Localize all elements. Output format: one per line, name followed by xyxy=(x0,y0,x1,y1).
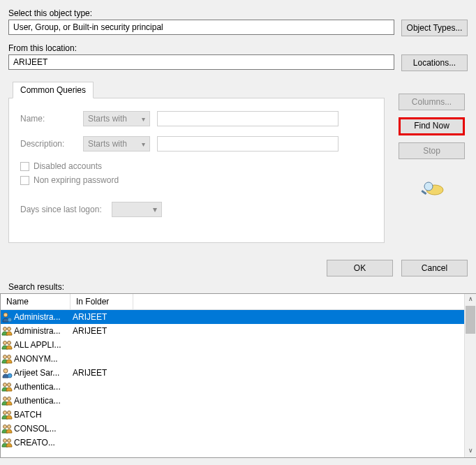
svg-point-15 xyxy=(3,397,7,401)
table-row[interactable]: BATCH xyxy=(1,408,464,422)
non-expiring-label: Non expiring password xyxy=(34,175,119,185)
table-row[interactable]: CREATO... xyxy=(1,436,464,450)
row-name: BATCH xyxy=(14,410,71,420)
table-row[interactable]: Arijeet Sar...ARIJEET xyxy=(1,366,464,380)
group-icon xyxy=(1,395,14,406)
row-name: Authentica... xyxy=(14,382,71,392)
row-name: Administra... xyxy=(14,312,71,322)
svg-point-5 xyxy=(3,327,7,331)
table-row[interactable]: Administra...ARIJEET xyxy=(1,324,464,338)
select-object-label: Select this object type: xyxy=(8,8,468,18)
row-folder: ARIJEET xyxy=(71,326,134,336)
scrollbar[interactable]: ∧ ∨ xyxy=(464,294,476,457)
table-row[interactable]: Administra...ARIJEET xyxy=(1,310,464,324)
scroll-thumb[interactable] xyxy=(466,306,475,334)
tab-common-queries[interactable]: Common Queries xyxy=(13,82,94,98)
svg-rect-2 xyxy=(421,190,426,195)
svg-point-4 xyxy=(8,318,12,322)
row-folder: ARIJEET xyxy=(71,312,134,322)
column-header-folder[interactable]: In Folder xyxy=(70,294,133,309)
row-name: CONSOL... xyxy=(14,424,71,434)
row-name: ALL APPLI... xyxy=(14,340,71,350)
table-row[interactable]: ANONYM... xyxy=(1,352,464,366)
svg-point-1 xyxy=(424,182,433,191)
description-label: Description: xyxy=(20,139,76,149)
row-name: CREATO... xyxy=(14,438,71,448)
disabled-accounts-label: Disabled accounts xyxy=(34,161,102,171)
svg-point-13 xyxy=(3,383,7,387)
svg-point-17 xyxy=(3,411,7,415)
search-icon xyxy=(419,180,445,197)
cancel-button[interactable]: Cancel xyxy=(401,260,468,276)
svg-point-21 xyxy=(3,439,7,443)
scroll-up-button[interactable]: ∧ xyxy=(465,294,476,306)
row-name: ANONYM... xyxy=(14,354,71,364)
disabled-accounts-checkbox[interactable] xyxy=(20,162,29,171)
non-expiring-checkbox[interactable] xyxy=(20,176,29,185)
scroll-down-button[interactable]: ∨ xyxy=(465,445,476,457)
table-row[interactable]: Authentica... xyxy=(1,394,464,408)
name-mode-combo[interactable]: Starts with ▾ xyxy=(83,111,150,126)
results-header: Name In Folder xyxy=(1,294,464,310)
row-name: Administra... xyxy=(14,326,71,336)
table-row[interactable]: Authentica... xyxy=(1,380,464,394)
object-types-button[interactable]: Object Types... xyxy=(401,20,468,36)
table-row[interactable]: CONSOL... xyxy=(1,422,464,436)
name-label: Name: xyxy=(20,114,76,124)
svg-point-19 xyxy=(3,425,7,429)
user-icon xyxy=(1,367,14,378)
days-since-combo[interactable]: ▾ xyxy=(112,202,162,217)
svg-point-22 xyxy=(8,439,11,443)
tab-body: Name: Starts with ▾ Description: Starts … xyxy=(8,98,385,243)
svg-point-9 xyxy=(3,355,7,359)
group-icon xyxy=(1,353,14,364)
row-name: Authentica... xyxy=(14,396,71,406)
svg-point-16 xyxy=(8,397,11,401)
svg-point-3 xyxy=(3,313,8,317)
group-icon xyxy=(1,437,14,448)
svg-point-11 xyxy=(3,369,8,373)
stop-button[interactable]: Stop xyxy=(399,142,465,159)
svg-point-7 xyxy=(3,341,7,345)
name-mode-value: Starts with xyxy=(88,114,127,124)
row-folder: ARIJEET xyxy=(71,368,134,378)
user-icon xyxy=(1,311,14,323)
svg-point-14 xyxy=(8,383,11,387)
columns-button[interactable]: Columns... xyxy=(399,94,465,110)
object-type-field: User, Group, or Built-in security princi… xyxy=(8,20,394,35)
svg-point-8 xyxy=(8,341,11,345)
svg-point-10 xyxy=(8,355,11,359)
group-icon xyxy=(1,339,14,350)
row-name: Arijeet Sar... xyxy=(14,368,71,378)
group-icon xyxy=(1,325,14,337)
chevron-down-icon: ▾ xyxy=(142,140,145,148)
results-list: Name In Folder Administra...ARIJEETAdmin… xyxy=(0,293,476,458)
group-icon xyxy=(1,381,14,392)
search-results-label: Search results: xyxy=(8,282,476,292)
location-field: ARIJEET xyxy=(8,54,394,70)
svg-point-18 xyxy=(8,411,11,415)
chevron-down-icon: ▾ xyxy=(142,115,145,123)
group-icon xyxy=(1,409,14,420)
description-mode-combo[interactable]: Starts with ▾ xyxy=(83,136,150,152)
table-row[interactable]: ALL APPLI... xyxy=(1,338,464,352)
description-input[interactable] xyxy=(157,136,339,152)
description-mode-value: Starts with xyxy=(88,139,127,149)
svg-point-12 xyxy=(8,374,12,378)
column-header-name[interactable]: Name xyxy=(1,294,70,309)
locations-button[interactable]: Locations... xyxy=(401,54,468,71)
chevron-down-icon: ▾ xyxy=(153,205,157,214)
days-since-label: Days since last logon: xyxy=(20,205,102,214)
ok-button[interactable]: OK xyxy=(327,260,393,276)
name-input[interactable] xyxy=(157,111,339,126)
svg-point-20 xyxy=(8,425,11,429)
group-icon xyxy=(1,423,14,434)
find-now-button[interactable]: Find Now xyxy=(399,117,465,135)
svg-point-6 xyxy=(8,327,11,331)
from-location-label: From this location: xyxy=(8,43,468,53)
